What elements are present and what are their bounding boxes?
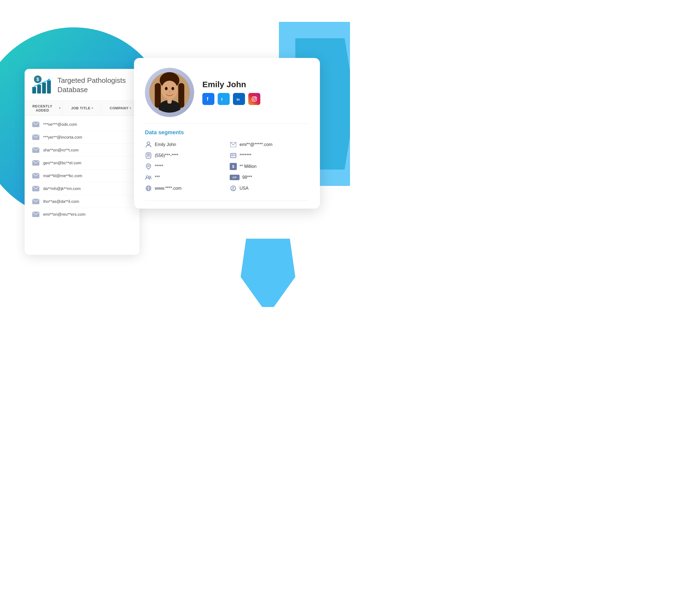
email-address: ***yer**@incorta.com — [43, 135, 82, 139]
avatar-svg — [149, 72, 190, 113]
data-value-phone: (556)***-**** — [155, 153, 178, 158]
twitter-icon[interactable]: t — [218, 93, 230, 105]
svg-rect-3 — [37, 85, 41, 93]
mail-icon — [32, 186, 39, 191]
id-icon — [230, 152, 237, 159]
email-address: ***ne***@ods.com — [43, 122, 77, 127]
list-item[interactable]: ***ne***@ods.com — [25, 118, 139, 131]
filter-label: JOB TITLE — [71, 106, 90, 110]
svg-point-29 — [253, 98, 255, 100]
data-value-zip: 98*** — [242, 175, 252, 180]
data-value-name: Emily John — [155, 142, 176, 147]
panel-title: Targeted Pathologists Database — [58, 76, 132, 95]
data-item-phone: (556)***-**** — [145, 152, 224, 159]
svg-rect-5 — [47, 80, 51, 93]
linkedin-icon[interactable]: in — [233, 93, 245, 105]
data-item-location: ***** — [145, 163, 224, 170]
filter-label: COMPANY — [110, 106, 128, 110]
email-address: mat**kl@me**kc.com — [43, 173, 82, 178]
email-list: ***ne***@ods.com ***yer**@incorta.com sh… — [25, 116, 139, 223]
phone-icon — [145, 152, 152, 159]
svg-point-42 — [148, 165, 149, 167]
profile-name: Emily John — [202, 80, 309, 89]
left-panel: $ Targeted Pathologists Database RECENTL… — [25, 69, 139, 255]
svg-rect-4 — [42, 83, 46, 93]
chevron-down-icon: ▾ — [129, 106, 131, 110]
data-item-name: Emily John — [145, 141, 224, 148]
mail-icon — [32, 199, 39, 204]
data-segments: Data segments Emily John — [134, 124, 320, 195]
social-icons: f t in — [202, 93, 309, 105]
mail-icon — [32, 160, 39, 166]
avatar-bg — [145, 68, 194, 117]
data-value-website: www.****.com — [155, 186, 182, 191]
svg-point-20 — [165, 87, 167, 90]
svg-rect-17 — [155, 83, 161, 108]
profile-top: Emily John f t — [134, 58, 320, 124]
data-value-group: *** — [155, 175, 160, 180]
data-value-id: ******* — [239, 153, 252, 158]
svg-point-30 — [255, 97, 256, 98]
svg-point-43 — [146, 176, 149, 178]
filter-recently-added[interactable]: RECENTLY ADDED ▾ — [25, 101, 63, 116]
svg-point-22 — [168, 91, 171, 93]
svg-text:t: t — [221, 97, 223, 101]
mail-icon — [32, 173, 39, 178]
svg-text:$: $ — [37, 77, 39, 82]
data-item-id: ******* — [230, 152, 309, 159]
svg-point-39 — [232, 154, 233, 156]
group-icon — [145, 174, 152, 181]
panel-header: $ Targeted Pathologists Database — [25, 69, 139, 101]
svg-point-44 — [149, 176, 151, 178]
data-segments-title: Data segments — [145, 129, 309, 136]
dollar-badge-icon: $ — [230, 163, 237, 170]
mail-icon — [32, 135, 39, 140]
list-item[interactable]: emi**on@reu**ers.com — [25, 208, 139, 221]
avatar — [145, 68, 194, 117]
chevron-down-icon: ▾ — [59, 106, 61, 110]
data-value-location: ***** — [155, 164, 163, 169]
mail-icon — [32, 147, 39, 153]
profile-card: Emily John f t — [134, 58, 320, 209]
svg-point-51 — [232, 187, 234, 189]
filter-job-title[interactable]: JOB TITLE ▾ — [63, 101, 101, 116]
filter-label: RECENTLY ADDED — [27, 104, 58, 112]
filter-row: RECENTLY ADDED ▾ JOB TITLE ▾ COMPANY ▾ — [25, 101, 139, 116]
svg-point-19 — [161, 81, 178, 99]
list-item[interactable]: sha**on@ro**t.com — [25, 144, 139, 156]
data-item-website: www.****.com — [145, 185, 224, 192]
svg-point-31 — [147, 142, 150, 145]
email-address: geo**sn@bc**el.com — [43, 161, 81, 165]
data-item-email: emi**@*****.com — [230, 141, 309, 148]
mail-icon — [32, 122, 39, 127]
main-container: $ Targeted Pathologists Database RECENTL… — [25, 58, 325, 255]
instagram-icon[interactable] — [248, 93, 260, 105]
list-item[interactable]: da**mh@jk**rm.com — [25, 182, 139, 195]
data-value-email: emi**@*****.com — [239, 142, 272, 147]
list-item[interactable]: geo**sn@bc**el.com — [25, 156, 139, 170]
data-item-country: USA — [230, 185, 309, 192]
svg-text:in: in — [237, 97, 240, 101]
list-item[interactable]: ***yer**@incorta.com — [25, 131, 139, 144]
globe-icon — [230, 185, 237, 192]
zip-badge-icon: ZIP — [230, 175, 239, 180]
svg-rect-2 — [32, 87, 36, 93]
svg-point-21 — [172, 87, 174, 90]
data-item-zip: ZIP 98*** — [230, 174, 309, 181]
email-address: tho**as@da**il.com — [43, 199, 79, 204]
web-icon — [145, 185, 152, 192]
avatar-photo — [149, 72, 190, 113]
facebook-icon[interactable]: f — [202, 93, 214, 105]
email-icon — [230, 141, 237, 148]
chevron-down-icon: ▾ — [91, 106, 93, 110]
mail-icon — [32, 212, 39, 217]
location-icon — [145, 163, 152, 170]
svg-rect-18 — [178, 83, 184, 108]
list-item[interactable]: mat**kl@me**kc.com — [25, 170, 139, 182]
logo-icon: $ — [32, 75, 52, 95]
list-item[interactable]: tho**as@da**il.com — [25, 195, 139, 208]
bottom-divider — [145, 200, 309, 200]
svg-text:f: f — [207, 96, 209, 102]
data-grid: Emily John emi**@*****.com — [145, 141, 309, 192]
data-item-group: *** — [145, 174, 224, 181]
